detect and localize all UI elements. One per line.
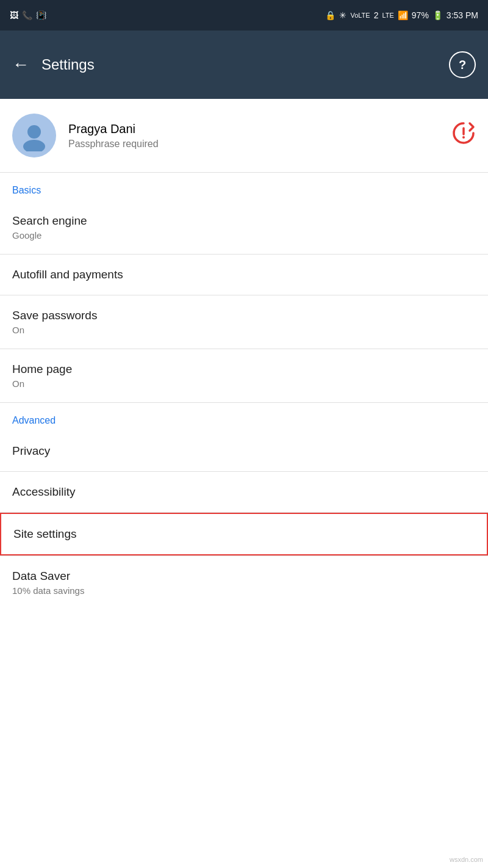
data-saver-title: Data Saver xyxy=(12,570,476,583)
section-header-basics: Basics xyxy=(0,173,488,201)
battery-icon: 🔋 xyxy=(432,10,443,20)
help-button[interactable]: ? xyxy=(449,51,476,78)
account-info: Pragya Dani Passphrase required xyxy=(68,122,159,150)
settings-item-autofill[interactable]: Autofill and payments xyxy=(0,255,488,295)
watermark: wsxdn.com xyxy=(450,856,483,863)
svg-point-0 xyxy=(27,125,41,139)
settings-item-search-engine[interactable]: Search engine Google xyxy=(0,201,488,254)
settings-item-data-saver[interactable]: Data Saver 10% data savings xyxy=(0,556,488,609)
avatar xyxy=(12,114,56,157)
search-engine-title: Search engine xyxy=(12,214,476,228)
save-passwords-title: Save passwords xyxy=(12,309,476,322)
save-passwords-subtitle: On xyxy=(12,325,476,335)
page-title: Settings xyxy=(41,56,95,73)
app-bar: ← Settings ? xyxy=(0,31,488,99)
time-display: 3:53 PM xyxy=(447,10,478,20)
svg-point-1 xyxy=(23,140,45,151)
privacy-title: Privacy xyxy=(12,444,476,458)
status-bar-left: 🖼 📞 📳 xyxy=(10,10,46,20)
settings-item-accessibility[interactable]: Accessibility xyxy=(0,472,488,512)
signal-icon: 📶 xyxy=(398,10,408,20)
search-engine-subtitle: Google xyxy=(12,230,476,241)
status-bar: 🖼 📞 📳 🔒 ✳ VoLTE 2 LTE 📶 97% 🔋 3:53 PM xyxy=(0,0,488,31)
accessibility-title: Accessibility xyxy=(12,485,476,499)
photo-icon: 🖼 xyxy=(10,10,18,20)
status-bar-right: 🔒 ✳ VoLTE 2 LTE 📶 97% 🔋 3:53 PM xyxy=(325,10,478,20)
sync-error-icon[interactable] xyxy=(451,121,476,151)
bluetooth-icon: ✳ xyxy=(339,10,346,20)
section-header-advanced: Advanced xyxy=(0,403,488,431)
account-section[interactable]: Pragya Dani Passphrase required xyxy=(0,99,488,172)
back-button[interactable]: ← xyxy=(12,55,29,74)
settings-item-home-page[interactable]: Home page On xyxy=(0,349,488,402)
settings-item-site-settings[interactable]: Site settings xyxy=(0,513,488,555)
app-bar-left: ← Settings xyxy=(12,55,95,74)
data-icon: 🔒 xyxy=(325,10,336,20)
account-left: Pragya Dani Passphrase required xyxy=(12,114,159,157)
autofill-title: Autofill and payments xyxy=(12,268,476,281)
volte-icon: VoLTE xyxy=(350,12,370,19)
sim-number: 2 xyxy=(374,10,379,20)
voicemail-icon: 📳 xyxy=(36,10,46,20)
battery-percent: 97% xyxy=(412,10,429,20)
home-page-subtitle: On xyxy=(12,378,476,389)
site-settings-title: Site settings xyxy=(13,527,475,541)
settings-item-privacy[interactable]: Privacy xyxy=(0,431,488,471)
settings-item-save-passwords[interactable]: Save passwords On xyxy=(0,295,488,349)
lte-icon: LTE xyxy=(382,12,393,19)
data-saver-subtitle: 10% data savings xyxy=(12,585,476,596)
phone-icon: 📞 xyxy=(22,10,32,20)
avatar-icon xyxy=(18,120,50,151)
svg-point-3 xyxy=(462,136,465,139)
account-name: Pragya Dani xyxy=(68,122,159,136)
home-page-title: Home page xyxy=(12,363,476,376)
account-status: Passphrase required xyxy=(68,139,159,150)
